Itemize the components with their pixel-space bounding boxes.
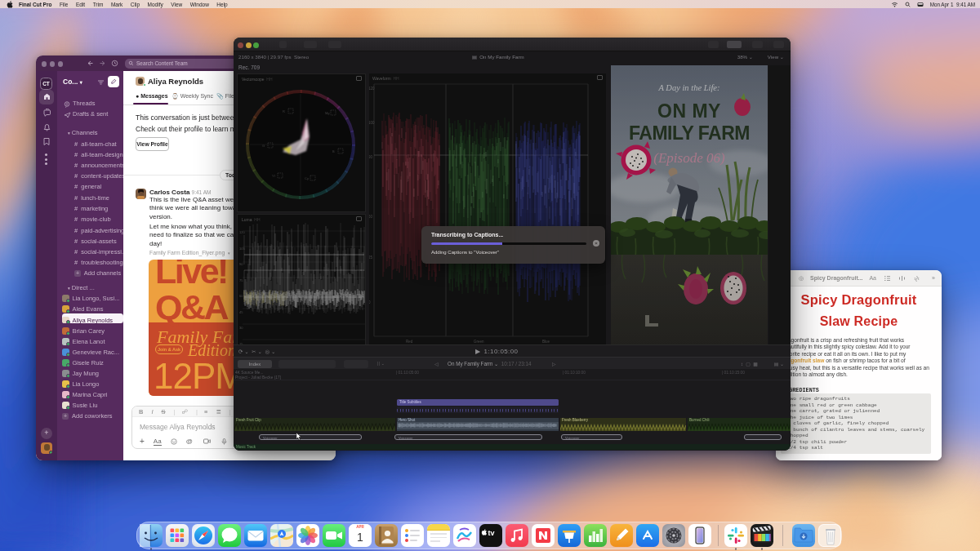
- svg-text:Cy: Cy: [305, 176, 309, 180]
- svg-text:B: B: [332, 149, 335, 153]
- svg-text:90: 90: [369, 155, 373, 159]
- svg-text:R: R: [283, 109, 285, 113]
- svg-text:tv: tv: [488, 529, 495, 537]
- svg-text:Green: Green: [474, 340, 484, 344]
- svg-text:Mg: Mg: [325, 111, 330, 115]
- svg-text:100: 100: [369, 121, 375, 125]
- svg-text:25: 25: [369, 256, 373, 260]
- svg-text:Blue: Blue: [542, 340, 550, 344]
- svg-text:Red: Red: [406, 340, 413, 344]
- svg-text:0: 0: [369, 300, 371, 304]
- svg-text:120: 120: [369, 87, 375, 91]
- svg-text:G: G: [262, 144, 265, 148]
- svg-text:50: 50: [369, 215, 373, 219]
- svg-text:Yl: Yl: [272, 174, 275, 178]
